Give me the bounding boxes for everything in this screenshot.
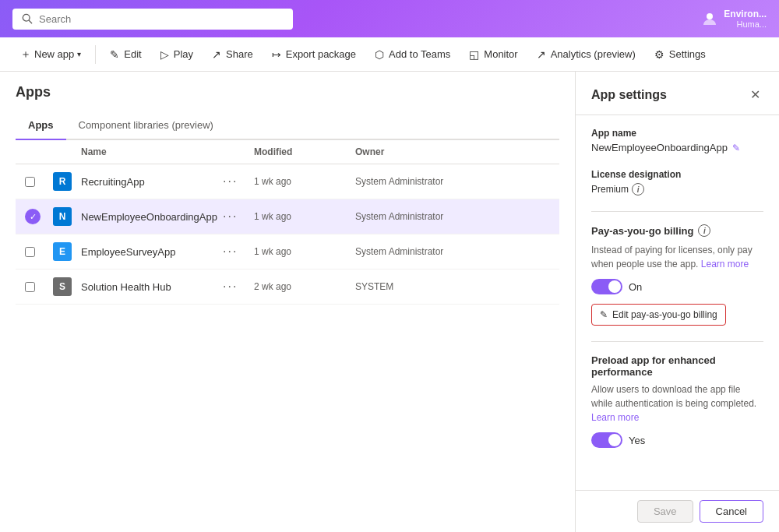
settings-icon: ⚙ [654, 48, 664, 61]
table-row[interactable]: ✓ N NewEmployeeOnboardingApp ··· 1 wk ag… [16, 199, 559, 234]
row-owner: System Administrator [355, 246, 511, 257]
monitor-button[interactable]: ◱ Monitor [461, 44, 525, 65]
billing-learn-more-link[interactable]: Learn more [701, 259, 749, 270]
edit-billing-label: Edit pay-as-you-go billing [612, 309, 717, 320]
topbar-right: Environ... Huma... [702, 9, 767, 29]
plus-icon: ＋ [20, 48, 31, 62]
checkbox[interactable] [25, 177, 35, 187]
edit-billing-icon: ✎ [600, 309, 608, 320]
divider-1 [591, 211, 763, 212]
apps-table: Name Modified Owner R RecruitingApp ··· … [16, 140, 559, 305]
tab-component-libraries[interactable]: Component libraries (preview) [66, 113, 226, 140]
toggle-thumb [608, 434, 621, 446]
play-icon: ▷ [160, 48, 169, 61]
search-input[interactable] [39, 13, 284, 25]
preload-learn-more-link[interactable]: Learn more [591, 412, 639, 423]
panel-footer: Save Cancel [576, 490, 779, 532]
close-panel-button[interactable]: ✕ [747, 84, 763, 105]
preload-toggle-label: Yes [629, 435, 645, 446]
env-name: Environ... [724, 9, 767, 19]
row-name: RecruitingApp [81, 176, 223, 188]
row-icon: S [53, 277, 81, 296]
table-row[interactable]: S Solution Health Hub ··· 2 wk ago SYSTE… [16, 270, 559, 305]
row-owner: System Administrator [355, 211, 511, 222]
row-more-options[interactable]: ··· [223, 174, 254, 188]
add-to-teams-button[interactable]: ⬡ Add to Teams [367, 44, 458, 65]
panel-content: App name NewEmployeeOnboardingApp ✎ Lice… [576, 115, 779, 490]
app-icon: N [53, 207, 72, 226]
main-area: Apps Apps Component libraries (preview) … [0, 72, 779, 532]
tabs: Apps Component libraries (preview) [16, 113, 559, 140]
row-checkbox[interactable] [25, 282, 53, 292]
row-checkbox[interactable] [25, 247, 53, 257]
license-section: License designation Premium i [591, 169, 763, 196]
row-name: Solution Health Hub [81, 281, 223, 293]
save-button[interactable]: Save [637, 500, 693, 523]
license-info-icon[interactable]: i [632, 183, 644, 196]
analytics-button[interactable]: ↗ Analytics (preview) [529, 44, 643, 65]
analytics-label: Analytics (preview) [551, 48, 636, 60]
table-header: Name Modified Owner [16, 140, 559, 164]
row-more-options[interactable]: ··· [223, 210, 254, 224]
share-button[interactable]: ↗ Share [204, 44, 261, 65]
billing-toggle-row: On [591, 279, 763, 294]
env-user: Huma... [724, 19, 767, 29]
license-label: License designation [591, 169, 763, 180]
edit-billing-button[interactable]: ✎ Edit pay-as-you-go billing [591, 304, 726, 326]
panel-header: App settings ✕ [576, 72, 779, 115]
row-name: EmployeeSurveyApp [81, 246, 223, 258]
row-icon: N [53, 207, 81, 226]
row-more-options[interactable]: ··· [223, 280, 254, 294]
app-name-section: App name NewEmployeeOnboardingApp ✎ [591, 128, 763, 153]
export-icon: ↦ [272, 48, 281, 61]
divider-2 [591, 341, 763, 342]
analytics-icon: ↗ [537, 48, 546, 61]
billing-info-icon[interactable]: i [698, 224, 710, 237]
export-label: Export package [286, 48, 356, 60]
app-icon: E [53, 242, 72, 261]
billing-header: Pay-as-you-go billing i [591, 224, 763, 237]
row-icon: R [53, 172, 81, 191]
billing-title: Pay-as-you-go billing [591, 225, 693, 237]
teams-icon: ⬡ [375, 48, 384, 61]
billing-toggle[interactable] [591, 279, 622, 294]
row-checkbox[interactable] [25, 177, 53, 187]
checkbox[interactable] [25, 282, 35, 292]
selected-indicator: ✓ [25, 209, 41, 224]
topbar: Environ... Huma... [0, 0, 779, 37]
row-owner: System Administrator [355, 176, 511, 187]
chevron-down-icon: ▾ [77, 50, 81, 58]
header-owner: Owner [355, 146, 511, 157]
preload-toggle[interactable] [591, 432, 622, 448]
edit-button[interactable]: ✎ Edit [102, 44, 149, 65]
app-icon: S [53, 277, 72, 296]
cancel-button[interactable]: Cancel [700, 500, 763, 523]
app-settings-panel: App settings ✕ App name NewEmployeeOnboa… [575, 72, 779, 532]
row-checkbox[interactable]: ✓ [25, 209, 53, 224]
row-owner: SYSTEM [355, 281, 511, 292]
row-icon: E [53, 242, 81, 261]
row-more-options[interactable]: ··· [223, 245, 254, 259]
edit-label: Edit [124, 48, 141, 60]
table-row[interactable]: R RecruitingApp ··· 1 wk ago System Admi… [16, 164, 559, 199]
settings-button[interactable]: ⚙ Settings [647, 44, 714, 65]
settings-label: Settings [669, 48, 706, 60]
checkbox[interactable] [25, 247, 35, 257]
new-app-button[interactable]: ＋ New app ▾ [12, 43, 89, 66]
play-button[interactable]: ▷ Play [153, 44, 201, 65]
app-icon: R [53, 172, 72, 191]
preload-desc: Allow users to download the app file whi… [591, 382, 763, 425]
table-row[interactable]: E EmployeeSurveyApp ··· 1 wk ago System … [16, 234, 559, 270]
row-modified: 2 wk ago [254, 281, 355, 292]
preload-title: Preload app for enhanced performance [591, 354, 763, 378]
tab-apps[interactable]: Apps [16, 113, 66, 140]
add-to-teams-label: Add to Teams [389, 48, 450, 60]
page-title: Apps [16, 84, 559, 100]
svg-point-2 [707, 13, 713, 19]
search-box[interactable] [12, 9, 293, 30]
export-package-button[interactable]: ↦ Export package [264, 44, 364, 65]
app-name-text: NewEmployeeOnboardingApp [591, 142, 728, 153]
edit-app-name-icon[interactable]: ✎ [732, 143, 740, 153]
toolbar: ＋ New app ▾ ✎ Edit ▷ Play ↗ Share ↦ Expo… [0, 37, 779, 72]
row-modified: 1 wk ago [254, 246, 355, 257]
